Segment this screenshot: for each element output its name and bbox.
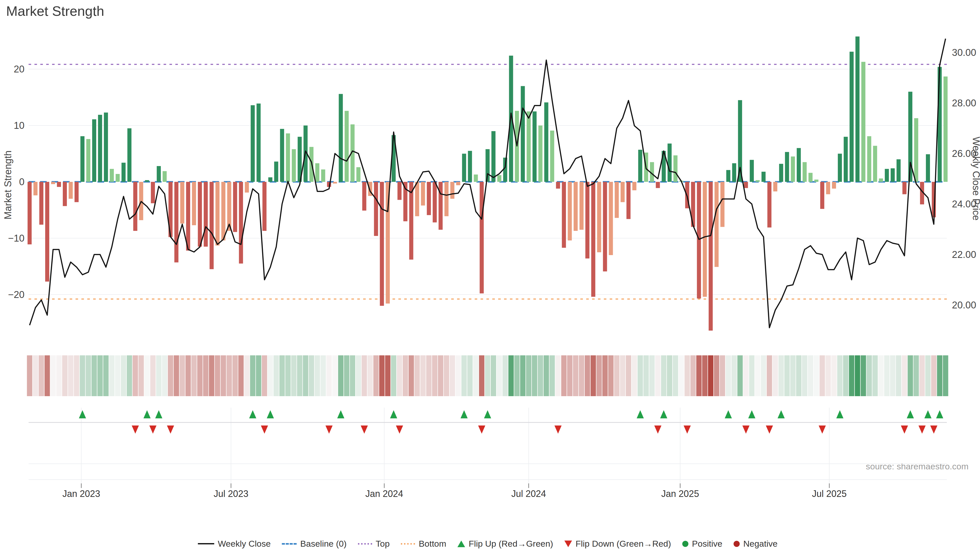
flip-down-marker (325, 426, 332, 433)
heatmap-cell (520, 355, 525, 396)
heatmap-cell (514, 355, 520, 396)
strength-bar (286, 133, 290, 182)
heatmap-cell (414, 355, 420, 396)
strength-bar (80, 136, 84, 182)
strength-bar (756, 180, 760, 182)
strength-bar (826, 182, 830, 194)
legend-item-label: Top (375, 539, 390, 549)
heatmap-cell (109, 355, 115, 396)
strength-bar (620, 182, 625, 202)
strength-bar (339, 94, 343, 182)
legend-item-negative[interactable]: Negative (733, 539, 777, 549)
strength-bar (198, 182, 202, 247)
heatmap-cell (45, 355, 50, 396)
heatmap-cell (884, 355, 889, 396)
market-strength-chart[interactable]: Market Strength Market Strength Weekly C… (0, 0, 980, 551)
strength-bar (885, 169, 889, 182)
flip-down-marker (555, 426, 562, 433)
strength-bar (104, 113, 108, 182)
heatmap-cell (837, 355, 842, 396)
strength-bar (68, 182, 73, 199)
legend-item-baseline[interactable]: Baseline (0) (282, 539, 347, 549)
heatmap-cell (720, 355, 725, 396)
strength-bar (121, 163, 126, 182)
strength-bar (75, 182, 79, 202)
strength-bar (233, 182, 237, 232)
heatmap-cell (274, 355, 279, 396)
heatmap-cell (696, 355, 702, 396)
strength-bar (268, 177, 272, 182)
strength-heatmap-strip[interactable] (27, 355, 948, 396)
heatmap-cell (808, 355, 813, 396)
heatmap-cell (755, 355, 760, 396)
flip-up-marker (267, 410, 274, 418)
strength-bar (186, 182, 190, 251)
heatmap-cell (174, 355, 179, 396)
strength-bar (215, 182, 220, 246)
flip-up-marker (155, 410, 162, 418)
heatmap-cell (896, 355, 901, 396)
left-axis-tick-label: −20 (8, 289, 24, 300)
strength-bar (86, 139, 90, 182)
heatmap-cell (186, 355, 191, 396)
strength-bar (856, 37, 859, 182)
strength-bar (550, 130, 554, 182)
flip-up-marker (143, 410, 151, 418)
heatmap-cell (855, 355, 860, 396)
flip-up-marker (637, 410, 644, 418)
heatmap-cell (280, 355, 285, 396)
flip-up-marker (748, 410, 756, 418)
strength-bar (192, 182, 196, 225)
strength-bar (897, 159, 900, 182)
strength-bar (732, 163, 736, 182)
right-axis-tick-label: 24.00 (952, 199, 976, 210)
legend-item-flip-down[interactable]: Flip Down (Green→Red) (564, 539, 671, 549)
heatmap-cell (103, 355, 109, 396)
legend-item-bottom[interactable]: Bottom (401, 539, 446, 549)
heatmap-cell (145, 355, 150, 396)
baseline-legend-marker (282, 543, 297, 545)
flip-markers[interactable] (79, 410, 943, 433)
strength-bar (556, 182, 560, 189)
strength-bar (450, 182, 454, 199)
heatmap-cell (825, 355, 831, 396)
heatmap-cell (679, 355, 684, 396)
heatmap-cell (620, 355, 625, 396)
legend-item-label: Flip Down (Green→Red) (576, 539, 671, 549)
legend-item-top[interactable]: Top (358, 539, 390, 549)
strength-bars[interactable] (27, 37, 948, 330)
heatmap-cell (121, 355, 126, 396)
strength-bar (891, 168, 895, 182)
heatmap-cell (643, 355, 649, 396)
strength-bar (274, 162, 278, 182)
weekly-close-line[interactable] (30, 38, 945, 327)
flip-down-marker (149, 426, 156, 433)
heatmap-cell (133, 355, 138, 396)
legend-item-flip-up[interactable]: Flip Up (Red→Green) (458, 539, 553, 549)
strength-bar (380, 182, 384, 306)
strength-bar (492, 131, 496, 182)
strength-bar (603, 182, 607, 272)
strength-bar (838, 154, 842, 182)
heatmap-cell (585, 355, 590, 396)
heatmap-cell (256, 355, 261, 396)
flip-down-marker (684, 426, 691, 433)
heatmap-cell (749, 355, 754, 396)
strength-bar (415, 182, 419, 216)
strength-bar (386, 182, 390, 303)
heatmap-cell (344, 355, 349, 396)
strength-bar (444, 182, 449, 216)
strength-bar (221, 182, 225, 241)
right-axis-tick-label: 30.00 (952, 47, 976, 58)
heatmap-cell (913, 355, 919, 396)
legend-item-weekly-close[interactable]: Weekly Close (198, 539, 270, 549)
legend-item-positive[interactable]: Positive (682, 539, 722, 549)
heatmap-cell (444, 355, 449, 396)
strength-bar (808, 173, 813, 182)
strength-bar (750, 160, 754, 182)
strength-bar (133, 182, 137, 231)
source-credit: source: sharemaestro.com (866, 462, 969, 471)
heatmap-cell (773, 355, 778, 396)
flip-down-marker (261, 426, 268, 433)
strength-bar (867, 136, 871, 182)
